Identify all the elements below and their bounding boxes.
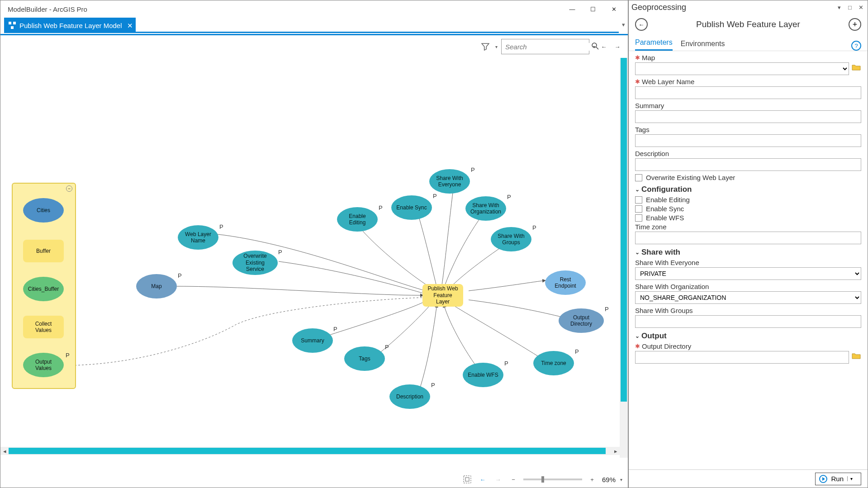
param-badge: P: [219, 223, 223, 230]
svg-rect-10: [465, 478, 469, 481]
browse-folder-icon[interactable]: [852, 352, 861, 362]
chevron-down-icon[interactable]: ⌄: [635, 249, 640, 256]
label-output-dir: Output Directory: [642, 342, 691, 350]
zoom-in-button[interactable]: +: [587, 474, 598, 485]
share-everyone-select[interactable]: PRIVATE: [635, 267, 861, 280]
node-map[interactable]: Map: [136, 274, 177, 298]
node-enable-wfs[interactable]: Enable WFS: [463, 363, 503, 387]
window-minimize-button[interactable]: —: [562, 1, 583, 17]
node-description[interactable]: Description: [389, 384, 430, 409]
window-title: ModelBuilder - ArcGIS Pro: [4, 5, 562, 13]
tags-input[interactable]: [635, 134, 861, 147]
gp-back-button[interactable]: ←: [635, 18, 648, 31]
hscroll-right-icon[interactable]: ▸: [612, 447, 620, 455]
node-share-everyone[interactable]: Share With Everyone: [429, 169, 470, 194]
filter-dropdown-icon[interactable]: ▾: [495, 44, 498, 49]
gp-parameters-body: ✱Map ✱Web Layer Name Summary Tags Descri…: [629, 51, 868, 469]
zoom-dropdown-icon[interactable]: ▾: [620, 477, 622, 482]
search-drop-icon[interactable]: ▾: [593, 44, 595, 49]
group-collapse-icon[interactable]: –: [66, 185, 72, 192]
search-box[interactable]: [501, 39, 589, 54]
param-badge: P: [431, 382, 435, 389]
gp-dropdown-icon[interactable]: ▾: [835, 3, 843, 11]
param-badge: P: [178, 272, 182, 279]
node-enable-sync[interactable]: Enable Sync: [391, 195, 432, 220]
node-web-layer-name[interactable]: Web Layer Name: [178, 225, 218, 250]
canvas-vertical-scrollbar[interactable]: [620, 58, 628, 458]
node-overwrite[interactable]: Overwrite Existing Service: [232, 251, 278, 275]
history-back-button[interactable]: ←: [477, 474, 488, 485]
label-overwrite: Overwrite Existing Web Layer: [646, 174, 735, 181]
node-summary[interactable]: Summary: [292, 328, 333, 353]
gp-close-icon[interactable]: ✕: [857, 3, 865, 11]
node-share-groups[interactable]: Share With Groups: [491, 227, 531, 251]
run-dropdown-icon[interactable]: ▾: [847, 476, 853, 481]
node-cities-buffer[interactable]: Cities_Buffer: [23, 277, 64, 301]
enable-editing-checkbox[interactable]: [635, 196, 642, 204]
nav-back-button[interactable]: ←: [599, 42, 609, 52]
canvas-horizontal-scrollbar[interactable]: ◂ ▸: [0, 447, 620, 455]
output-dir-input[interactable]: [635, 351, 849, 364]
enable-wfs-checkbox[interactable]: [635, 214, 642, 222]
node-tags[interactable]: Tags: [344, 346, 385, 371]
share-groups-input[interactable]: [635, 315, 861, 328]
overwrite-checkbox[interactable]: [635, 174, 642, 181]
label-description: Description: [635, 150, 669, 157]
tab-publish-model[interactable]: Publish Web Feature Layer Model ✕: [4, 18, 136, 33]
chevron-down-icon[interactable]: ⌄: [635, 186, 640, 193]
node-time-zone[interactable]: Time zone: [533, 351, 574, 375]
node-buffer[interactable]: Buffer: [23, 240, 64, 262]
browse-folder-icon[interactable]: [852, 64, 861, 74]
svg-rect-1: [13, 22, 16, 24]
filter-icon[interactable]: [479, 41, 492, 52]
map-select[interactable]: [635, 62, 849, 75]
summary-input[interactable]: [635, 110, 861, 123]
label-enable-editing: Enable Editing: [646, 196, 690, 204]
tab-environments[interactable]: Environments: [681, 40, 725, 51]
node-share-org[interactable]: Share With Organization: [465, 196, 506, 221]
section-share-with: Share with: [641, 248, 680, 257]
tab-parameters[interactable]: Parameters: [635, 38, 673, 51]
play-icon: [819, 475, 827, 483]
gp-tool-header: ← Publish Web Feature Layer +: [629, 14, 868, 35]
history-forward-button[interactable]: →: [493, 474, 503, 485]
chevron-down-icon[interactable]: ⌄: [635, 333, 640, 339]
share-org-select[interactable]: NO_SHARE_ORGANIZATION: [635, 291, 861, 304]
svg-rect-9: [464, 476, 471, 483]
tab-overflow-button[interactable]: ▾: [619, 21, 628, 28]
enable-sync-checkbox[interactable]: [635, 205, 642, 213]
node-cities[interactable]: Cities: [23, 198, 64, 223]
hscroll-left-icon[interactable]: ◂: [0, 447, 9, 455]
web-layer-name-input[interactable]: [635, 86, 861, 99]
required-star-icon: ✱: [635, 343, 640, 350]
gp-maximize-icon[interactable]: □: [846, 3, 854, 11]
node-output-values[interactable]: Output Values: [23, 353, 64, 377]
window-titlebar: ModelBuilder - ArcGIS Pro — ☐ ✕: [0, 0, 628, 18]
window-maximize-button[interactable]: ☐: [583, 1, 603, 17]
help-icon[interactable]: ?: [851, 41, 861, 51]
zoom-extent-icon[interactable]: [462, 474, 473, 485]
model-canvas[interactable]: ▾ ▾ ← →: [0, 34, 628, 471]
node-rest-endpoint[interactable]: Rest Endpoint: [545, 270, 586, 295]
label-share-everyone: Share With Everyone: [635, 259, 699, 266]
label-share-groups: Share With Groups: [635, 307, 693, 314]
node-publish-tool[interactable]: Publish Web Feature Layer: [422, 284, 463, 307]
label-share-org: Share With Organization: [635, 283, 709, 290]
zoom-slider[interactable]: [523, 479, 582, 480]
tab-close-icon[interactable]: ✕: [127, 22, 133, 30]
node-enable-editing[interactable]: Enable Editing: [337, 207, 378, 232]
param-badge: P: [379, 204, 383, 211]
zoom-out-button[interactable]: −: [508, 474, 519, 485]
search-input[interactable]: [505, 43, 592, 51]
description-input[interactable]: [635, 158, 861, 171]
tab-strip: [136, 32, 619, 33]
node-collect-values[interactable]: Collect Values: [23, 316, 64, 338]
window-close-button[interactable]: ✕: [603, 1, 624, 17]
run-button[interactable]: Run ▾: [815, 473, 861, 485]
gp-add-button[interactable]: +: [849, 18, 861, 31]
time-zone-input[interactable]: [635, 232, 861, 244]
node-output-directory[interactable]: Output Directory: [559, 308, 604, 333]
nav-forward-button[interactable]: →: [612, 42, 622, 52]
param-badge: P: [575, 348, 579, 355]
gp-footer: Run ▾: [629, 469, 868, 488]
